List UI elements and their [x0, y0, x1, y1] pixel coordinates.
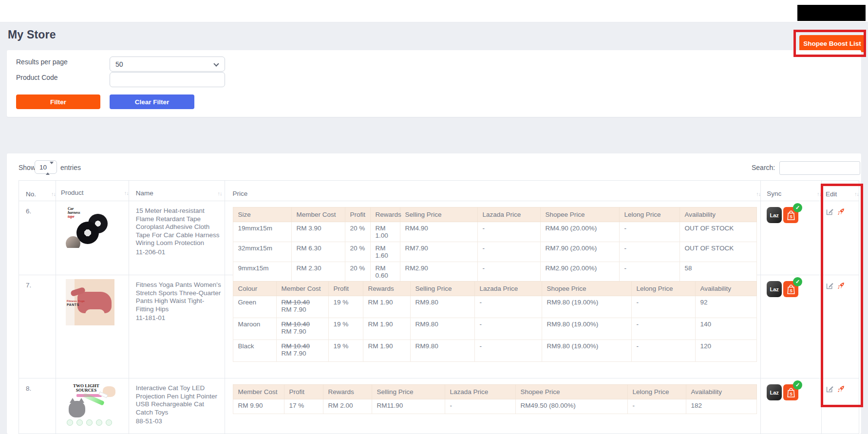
availability-cell: 92 [695, 296, 756, 318]
svg-text:S: S [790, 288, 793, 293]
availability-cell: OUT OF STOCK [679, 242, 756, 262]
selling-price-cell: RM9.80 [410, 296, 474, 318]
price-cell: Size Member Cost Profit Rewards Selling … [225, 201, 761, 275]
redacted-box [797, 5, 866, 21]
price-table: Size Member Cost Profit Rewards Selling … [233, 207, 757, 282]
filter-button[interactable]: Filter [16, 94, 100, 109]
price-col-header: Selling Price [372, 385, 445, 399]
price-col-header: Shopee Price [542, 282, 631, 296]
selling-price-cell: RM11.90 [372, 399, 445, 414]
price-col-header: Lelong Price [619, 208, 679, 222]
lelong-price-cell: - [627, 399, 686, 414]
column-header-no-label: No. [26, 190, 36, 198]
image-text: tape [68, 215, 80, 219]
product-name: Interactive Cat Toy LED Projection Pen L… [136, 384, 222, 416]
profit-cell: 19 % [328, 340, 363, 362]
column-header-price-label: Price [233, 190, 248, 197]
search-input[interactable] [779, 161, 860, 175]
lazada-price-cell: - [445, 399, 515, 414]
shopee-sync-icon[interactable]: S ✓ [783, 281, 798, 297]
price-col-header: Lelong Price [631, 282, 695, 296]
price-col-header: Profit [328, 282, 363, 296]
price-col-header: Size [233, 208, 291, 222]
lelong-price-cell: - [619, 222, 679, 242]
price-table: Member Cost Profit Rewards Selling Price… [233, 384, 757, 414]
member-cost: RM 7.90 [282, 306, 323, 313]
variant-cell: Maroon [233, 318, 276, 340]
price-cell: Member Cost Profit Rewards Selling Price… [225, 378, 761, 434]
variant-row: Green RM 10.40 RM 7.90 19 % RM 1.90 RM9.… [233, 296, 756, 318]
page-size-select[interactable]: 10 [35, 161, 57, 173]
product-image-cell: Fitness Yoga PANTS [56, 275, 129, 378]
price-col-header: Selling Price [400, 208, 477, 222]
page-size-select-wrap: 10 [35, 160, 57, 174]
sort-icon: ↑↓ [756, 191, 760, 197]
availability-cell: 140 [695, 318, 756, 340]
column-header-price[interactable]: Price↑↓ [225, 181, 761, 201]
lazada-sync-icon[interactable]: Laz [767, 207, 782, 223]
price-col-header: Shopee Price [515, 385, 627, 399]
price-header-row: Member Cost Profit Rewards Selling Price… [233, 385, 756, 399]
shopee-sync-icon[interactable]: S ✓ [783, 384, 798, 400]
sort-icon: ↑↓ [218, 189, 222, 198]
results-per-page-label: Results per page [16, 58, 68, 66]
shopee-price-cell: RM4.90 (20.00%) [540, 222, 619, 242]
price-col-header: Member Cost [233, 385, 284, 399]
page-title: My Store [8, 28, 56, 41]
variant-cell: Black [233, 340, 276, 362]
member-cost: RM 7.90 [282, 328, 323, 335]
product-code: 88-51-03 [136, 417, 222, 426]
old-member-cost: RM 10.40 [282, 321, 323, 328]
lazada-sync-icon[interactable]: Laz [767, 384, 782, 400]
rewards-cell: RM 2.00 [323, 399, 372, 414]
price-cell: Colour Member Cost Profit Rewards Sellin… [225, 275, 761, 378]
selling-price-cell: RM9.80 [410, 318, 474, 340]
lazada-sync-icon[interactable]: Laz [767, 281, 782, 297]
row-number: 7. [19, 275, 56, 378]
svg-text:S: S [790, 391, 793, 396]
shopee-sync-icon[interactable]: S ✓ [783, 207, 798, 223]
shopee-price-cell: RM7.90 (20.00%) [540, 242, 619, 262]
rewards-cell: RM 1.90 [363, 296, 410, 318]
sync-cell: Laz S ✓ [761, 275, 822, 378]
price-col-header: Lazada Price [477, 208, 540, 222]
results-per-page-select-wrap: 50 [110, 57, 225, 72]
member-cost-cell: RM 9.90 [233, 399, 284, 414]
variant-row: 32mmx15m RM 6.30 20 % RM 1.60 RM7.90 - R… [233, 242, 756, 262]
product-name: Fitness Yoga Pants Women's Stretch Sport… [136, 281, 222, 313]
lelong-price-cell: - [619, 242, 679, 262]
column-header-no[interactable]: No.↑↓ [19, 181, 56, 201]
product-code-input[interactable] [110, 72, 225, 87]
rewards-cell: RM 1.00 [370, 222, 400, 242]
lazada-price-cell: - [474, 318, 542, 340]
old-member-cost: RM 10.40 [282, 299, 323, 306]
product-image-cell: TWO LIGHT SOURCES [56, 378, 129, 434]
svg-text:S: S [790, 214, 793, 219]
old-member-cost: RM 10.40 [282, 342, 323, 350]
lelong-price-cell: - [631, 340, 695, 362]
table-row: 6. Car harness tape 15 Meter Heat-resist… [19, 201, 859, 275]
row-number: 6. [19, 201, 56, 275]
annotation-box-boost-button [793, 30, 866, 57]
availability-cell: 182 [686, 399, 756, 414]
column-header-product[interactable]: Product↑↓ [56, 181, 129, 201]
price-col-header: Profit [345, 208, 370, 222]
annotation-box-edit-column [821, 184, 863, 407]
member-cost-cell: RM 10.40 RM 7.90 [276, 296, 328, 318]
column-header-product-label: Product [61, 189, 84, 196]
column-header-sync[interactable]: Sync↑↓ [761, 181, 822, 201]
sync-success-check-icon: ✓ [793, 277, 802, 286]
sync-cell: Laz S ✓ [761, 378, 822, 434]
results-per-page-select[interactable]: 50 [110, 57, 225, 71]
product-name-cell: 15 Meter Heat-resistant Flame Retardant … [129, 201, 225, 275]
member-cost: RM 7.90 [282, 350, 323, 357]
variant-cell: 19mmx15m [233, 222, 291, 242]
variant-row: Maroon RM 10.40 RM 7.90 19 % RM 1.90 RM9… [233, 318, 756, 340]
product-image-yoga-pants: Fitness Yoga PANTS [66, 279, 114, 325]
image-text: PANTS [67, 303, 85, 306]
column-header-name-label: Name [136, 189, 153, 198]
clear-filter-button[interactable]: Clear Filter [110, 94, 194, 109]
entries-label: entries [60, 164, 81, 171]
column-header-name[interactable]: Name↑↓ [129, 181, 225, 201]
product-name: 15 Meter Heat-resistant Flame Retardant … [136, 207, 222, 247]
